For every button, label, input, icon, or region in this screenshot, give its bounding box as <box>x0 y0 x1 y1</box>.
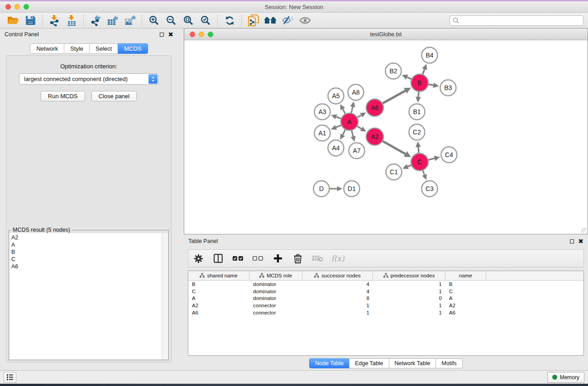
edge-A6-B[interactable] <box>382 91 405 103</box>
export-image-icon[interactable] <box>121 14 139 27</box>
close-panel-button[interactable]: Close panel <box>91 91 137 101</box>
table-tab-edge-table[interactable]: Edge Table <box>349 358 389 368</box>
import-table-icon[interactable] <box>63 14 80 27</box>
edge-B-B2[interactable] <box>407 77 411 79</box>
edge-A-A5[interactable] <box>343 109 345 114</box>
table-cell[interactable]: B <box>445 281 486 287</box>
table-cell[interactable]: C <box>445 289 486 294</box>
table-cell[interactable]: connector <box>249 310 302 315</box>
criterion-select[interactable]: largest connected component (directed) ▲… <box>19 73 158 85</box>
table-cell[interactable]: 1 <box>373 289 445 294</box>
main-titlebar[interactable]: Session: New Session <box>0 1 588 13</box>
table-row[interactable]: A2connector11A2 <box>188 302 583 309</box>
home-icon[interactable] <box>262 14 279 27</box>
table-cell[interactable]: A2 <box>445 303 486 308</box>
table-cell[interactable]: 4 <box>302 281 373 287</box>
table-cell[interactable]: 1 <box>373 303 445 308</box>
export-table-icon[interactable] <box>104 14 121 27</box>
export-network-icon[interactable] <box>87 14 104 27</box>
select-all-columns-icon[interactable] <box>233 253 244 264</box>
edge-A-A1[interactable] <box>336 125 341 128</box>
table-cell[interactable]: B <box>188 281 249 287</box>
table-row[interactable]: Cdominator41C <box>188 288 583 295</box>
node-table[interactable]: shared nameMCDS rolesuccessor nodesprede… <box>188 271 584 356</box>
save-session-icon[interactable] <box>22 14 39 27</box>
table-cell[interactable]: 1 <box>373 310 445 315</box>
table-cell[interactable]: 1 <box>302 303 373 308</box>
table-cell[interactable]: C <box>188 289 249 294</box>
settings-gear-icon[interactable] <box>193 253 204 264</box>
edge-A-A4[interactable] <box>343 130 345 135</box>
table-row[interactable]: Adominator80A <box>188 295 583 302</box>
table-cell[interactable]: A6 <box>445 310 486 315</box>
table-cell[interactable]: 4 <box>302 289 373 294</box>
hide-annotations-icon[interactable] <box>279 14 296 27</box>
edge-B-B4[interactable] <box>423 69 425 74</box>
edge-B-B1[interactable] <box>418 92 419 97</box>
open-session-icon[interactable] <box>5 14 22 27</box>
table-cell[interactable]: connector <box>249 303 302 308</box>
edge-C-C2[interactable] <box>418 147 419 153</box>
zoom-fit-icon[interactable] <box>180 14 197 27</box>
search-input[interactable] <box>449 15 583 26</box>
tab-select[interactable]: Select <box>89 43 118 54</box>
table-cell[interactable]: dominator <box>249 289 302 294</box>
edge-A-A7[interactable] <box>352 130 353 136</box>
column-header-shared-name[interactable]: shared name <box>188 271 249 280</box>
edge-A2-C[interactable] <box>382 141 405 154</box>
network-from-clipboard-icon[interactable] <box>245 14 262 27</box>
table-cell[interactable]: dominator <box>249 295 302 301</box>
edge-B-B3[interactable] <box>429 84 434 85</box>
table-row[interactable]: A6connector11A6 <box>188 309 583 316</box>
edge-A-A8[interactable] <box>351 107 353 113</box>
close-panel-icon[interactable]: ✖ <box>168 32 173 37</box>
column-header-predecessor-nodes[interactable]: predecessor nodes <box>373 271 445 280</box>
zoom-selected-icon[interactable] <box>197 14 214 27</box>
table-cell[interactable]: dominator <box>249 281 302 287</box>
close-table-panel-icon[interactable]: ✖ <box>578 239 583 243</box>
tab-mcds[interactable]: MCDS <box>118 43 148 54</box>
import-network-icon[interactable] <box>46 14 63 27</box>
float-table-panel-icon[interactable] <box>570 239 574 243</box>
table-cell[interactable]: 1 <box>302 310 373 315</box>
tab-style[interactable]: Style <box>64 43 90 54</box>
table-cell[interactable]: 8 <box>302 295 373 301</box>
column-header-name[interactable]: name <box>445 271 486 280</box>
edge-C-C4[interactable] <box>428 158 435 160</box>
column-header-MCDS-role[interactable]: MCDS role <box>249 271 302 280</box>
float-panel-icon[interactable] <box>160 33 164 37</box>
network-window-titlebar[interactable]: testGlobe.txt <box>184 29 588 40</box>
column-header-successor-nodes[interactable]: successor nodes <box>302 271 373 280</box>
edge-A-A2[interactable] <box>357 126 361 129</box>
edge-A-A6[interactable] <box>357 115 361 118</box>
create-column-icon[interactable] <box>272 253 283 264</box>
table-cell[interactable]: A <box>188 295 249 301</box>
table-cell[interactable]: A6 <box>188 310 249 315</box>
resize-grip[interactable] <box>581 228 587 234</box>
deselect-all-columns-icon[interactable] <box>253 253 263 264</box>
mcds-result-item[interactable]: C <box>10 256 162 263</box>
table-tab-motifs[interactable]: Motifs <box>435 358 462 368</box>
edge-C-C3[interactable] <box>423 171 425 175</box>
task-history-button[interactable] <box>4 372 16 383</box>
mcds-result-list[interactable]: A2ABCA6 <box>10 233 162 359</box>
table-cell[interactable]: A2 <box>188 303 249 308</box>
table-tab-network-table[interactable]: Network Table <box>389 358 436 368</box>
mcds-result-item[interactable]: A6 <box>10 263 162 270</box>
result-scrollbar[interactable] <box>162 233 168 359</box>
run-mcds-button[interactable]: Run MCDS <box>41 91 85 101</box>
delete-columns-trash-icon[interactable] <box>292 253 303 264</box>
table-cell[interactable]: A <box>445 295 486 301</box>
split-panel-icon[interactable] <box>213 253 224 264</box>
zoom-in-icon[interactable] <box>145 14 163 27</box>
table-tab-node-table[interactable]: Node Table <box>309 358 349 368</box>
network-graph[interactable]: B4B2BB3A8A5A6A3B1AC2A1A2A4A7C4CC1C3DD1 <box>184 40 588 234</box>
edge-A-A3[interactable] <box>336 117 341 119</box>
mcds-result-item[interactable]: A2 <box>10 234 162 241</box>
table-cell[interactable]: 0 <box>373 295 445 301</box>
table-cell[interactable]: 1 <box>373 281 445 287</box>
edge-C-C1[interactable] <box>408 165 411 167</box>
show-graphics-details-icon[interactable] <box>296 14 314 27</box>
network-canvas[interactable]: B4B2BB3A8A5A6A3B1AC2A1A2A4A7C4CC1C3DD1 <box>184 40 588 234</box>
mcds-result-item[interactable]: B <box>10 248 162 256</box>
